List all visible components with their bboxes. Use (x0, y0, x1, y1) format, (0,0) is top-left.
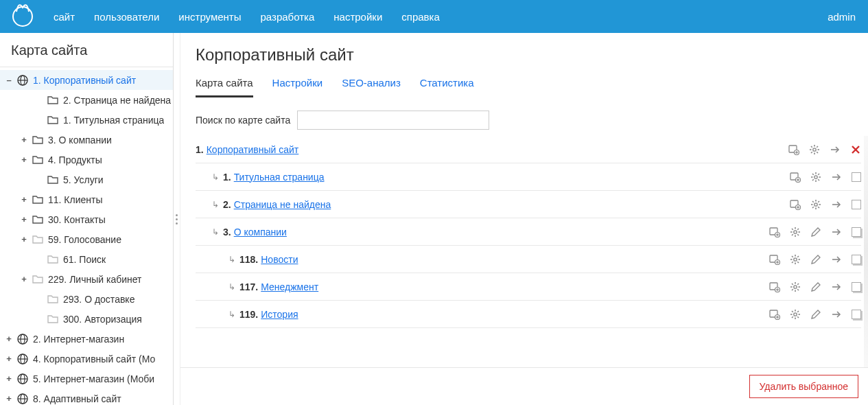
tab-sitemap[interactable]: Карта сайта (196, 74, 253, 97)
row-name-link[interactable]: Менеджмент (261, 281, 318, 292)
row-checkbox[interactable] (852, 172, 861, 182)
tree-toggle[interactable]: + (19, 274, 29, 284)
tab-stats[interactable]: Статистика (420, 74, 474, 97)
page-title: Корпоративный сайт (196, 45, 853, 65)
row-actions (790, 172, 861, 183)
row-index: 119. (239, 309, 258, 320)
goto-icon[interactable] (831, 281, 842, 292)
tree-row[interactable]: 1. Титульная страница (0, 110, 173, 130)
gear-icon[interactable] (790, 309, 801, 320)
tree-label: 5. Интернет-магазин (Моби (33, 373, 154, 384)
goto-icon[interactable] (831, 199, 842, 210)
main-content: Корпоративный сайт Карта сайта Настройки… (180, 33, 868, 405)
row-name-link[interactable]: Новости (261, 254, 298, 265)
app-logo[interactable] (12, 6, 33, 27)
row-name-link[interactable]: Титульная страница (234, 172, 325, 183)
row-checkbox[interactable] (852, 282, 861, 292)
scrollbar[interactable] (864, 136, 868, 367)
row-name-link[interactable]: Корпоративный сайт (207, 144, 299, 155)
tree-toggle[interactable]: + (19, 154, 29, 165)
row-name-link[interactable]: Страница не найдена (234, 199, 331, 210)
tree-row[interactable]: +11. Клиенты (0, 189, 173, 209)
tree-toggle[interactable]: + (4, 373, 14, 384)
tree-toggle[interactable]: – (4, 75, 14, 85)
tab-settings[interactable]: Настройки (272, 74, 323, 97)
edit-icon[interactable] (810, 227, 821, 238)
tree-row[interactable]: 293. О доставке (0, 289, 173, 309)
page-list: 1. Корпоративный сайт↳1. Титульная стран… (180, 135, 868, 367)
tree-toggle[interactable]: + (19, 234, 29, 244)
add-page-icon[interactable] (769, 281, 780, 292)
add-page-icon[interactable] (769, 227, 780, 238)
tree-row[interactable]: 300. Авторизация (0, 309, 173, 329)
list-row: ↳118. Новости (196, 246, 861, 273)
edit-icon[interactable] (810, 254, 821, 265)
current-user[interactable]: admin (828, 11, 856, 23)
tree-row[interactable]: +30. Контакты (0, 209, 173, 229)
tree-row[interactable]: +229. Личный кабинет (0, 269, 173, 289)
tree-label: 1. Корпоративный сайт (33, 75, 136, 86)
row-checkbox[interactable] (852, 255, 861, 264)
tree-row[interactable]: 61. Поиск (0, 249, 173, 269)
tree-row[interactable]: +59. Голосование (0, 229, 173, 249)
row-index: 3. (223, 227, 231, 238)
menu-item-tools[interactable]: инструменты (178, 11, 241, 23)
tree-row[interactable]: +3. О компании (0, 130, 173, 150)
sidebar-resize-handle[interactable] (174, 33, 180, 405)
row-name-link[interactable]: О компании (234, 227, 287, 238)
menu-item-site[interactable]: сайт (54, 11, 75, 23)
tree-toggle[interactable]: + (4, 354, 14, 364)
menu-item-settings[interactable]: настройки (333, 11, 382, 23)
tree-row[interactable]: +2. Интернет-магазин (0, 329, 173, 349)
delete-selected-button[interactable]: Удалить выбранное (749, 375, 858, 398)
add-page-icon[interactable] (790, 172, 801, 183)
tree-label: 8. Адаптивный сайт (33, 393, 121, 404)
tree-toggle[interactable]: + (4, 334, 14, 344)
row-checkbox[interactable] (852, 310, 861, 319)
gear-icon[interactable] (790, 281, 801, 292)
edit-icon[interactable] (810, 281, 821, 292)
gear-icon[interactable] (810, 199, 821, 210)
add-page-icon[interactable] (769, 309, 780, 320)
goto-icon[interactable] (831, 172, 842, 183)
gear-icon[interactable] (790, 227, 801, 238)
tab-seo[interactable]: SEO-анализ (342, 74, 401, 97)
tree-row[interactable]: –1. Корпоративный сайт (0, 70, 173, 90)
tree-toggle[interactable]: + (19, 214, 29, 224)
delete-icon[interactable] (850, 144, 861, 155)
edit-icon[interactable] (810, 309, 821, 320)
tree-row[interactable]: +5. Интернет-магазин (Моби (0, 369, 173, 389)
sidebar-title: Карта сайта (0, 33, 173, 67)
add-page-icon[interactable] (790, 199, 801, 210)
row-name-link[interactable]: История (261, 309, 298, 320)
tree-toggle[interactable]: + (19, 194, 29, 205)
tree-row[interactable]: +4. Корпоративный сайт (Мо (0, 349, 173, 369)
indent-arrow-icon: ↳ (228, 255, 235, 264)
folder-icon (32, 134, 44, 146)
tree-row[interactable]: +4. Продукты (0, 150, 173, 170)
search-input[interactable] (297, 111, 489, 130)
goto-icon[interactable] (831, 254, 842, 265)
row-checkbox[interactable] (852, 227, 861, 237)
tree-row[interactable]: +8. Адаптивный сайт (0, 389, 173, 405)
gear-icon[interactable] (790, 254, 801, 265)
tree-toggle[interactable]: + (19, 135, 29, 145)
indent-arrow-icon: ↳ (212, 172, 219, 182)
row-checkbox[interactable] (852, 200, 861, 209)
menu-item-dev[interactable]: разработка (260, 11, 314, 23)
add-page-icon[interactable] (769, 254, 780, 265)
add-page-icon[interactable] (788, 144, 799, 155)
goto-icon[interactable] (830, 144, 841, 155)
tree-label: 61. Поиск (63, 254, 106, 265)
goto-icon[interactable] (831, 227, 842, 238)
menu-item-users[interactable]: пользователи (94, 11, 159, 23)
row-actions (769, 227, 861, 238)
tree-row[interactable]: 2. Страница не найдена (0, 90, 173, 110)
tree-toggle[interactable]: + (4, 393, 14, 404)
menu-item-help[interactable]: справка (401, 11, 440, 23)
gear-icon[interactable] (810, 172, 821, 183)
tree-row[interactable]: 5. Услуги (0, 170, 173, 189)
goto-icon[interactable] (831, 309, 842, 320)
gear-icon[interactable] (809, 144, 820, 155)
tree-label: 293. О доставке (63, 294, 134, 305)
